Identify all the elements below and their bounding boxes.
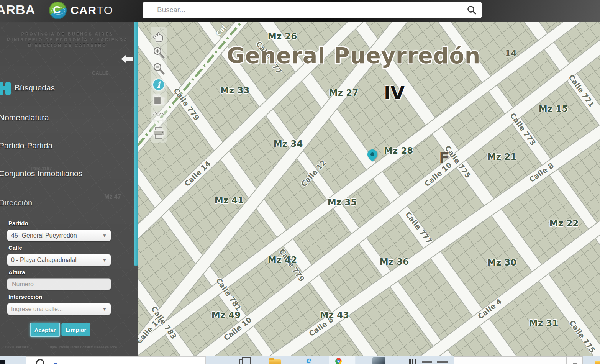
zoom-out-tool-icon[interactable] xyxy=(151,61,166,77)
manzana-label: Mz 15 xyxy=(539,104,568,114)
manzana-label: Mz 27 xyxy=(329,88,358,98)
manzana-label: Mz 34 xyxy=(274,139,303,149)
start-button[interactable] xyxy=(0,360,5,364)
manzana-label: Mz 26 xyxy=(268,31,297,41)
chevron-down-icon: ▼ xyxy=(102,233,107,238)
calle-selected-value: 0 - Playa Cahapadmalal xyxy=(11,257,77,264)
calle-select[interactable]: 0 - Playa Cahapadmalal ▼ xyxy=(7,254,111,266)
carto-globe-icon xyxy=(49,2,67,19)
sidebar-item-partido-partida[interactable]: Partido-Partida xyxy=(0,141,52,150)
taskbar-search-field[interactable] xyxy=(26,356,206,364)
manzana-label: Mz 42 xyxy=(268,255,297,265)
map-toolbar: i xyxy=(151,27,167,143)
file-explorer-icon[interactable] xyxy=(269,359,281,364)
manzana-label: Mz 49 xyxy=(211,310,241,320)
manzana-label: Mz 22 xyxy=(549,218,579,228)
chrome-icon[interactable] xyxy=(335,358,342,364)
partido-title-label: General Pueyrredón xyxy=(227,43,480,68)
background-plan-label: CALLE xyxy=(92,70,108,76)
cortana-search-icon xyxy=(36,359,44,364)
manzana-label: Mz 30 xyxy=(487,257,516,267)
sidebar-item-busquedas[interactable]: Búsquedas xyxy=(15,83,55,92)
aceptar-button[interactable]: Aceptar xyxy=(30,323,60,337)
watermark-line: PROVINCIA DE BUENOS AIRES xyxy=(0,31,135,37)
search-input[interactable] xyxy=(156,5,467,15)
watermark-line: DIRECCIÓN DE CATASTRO xyxy=(0,43,135,48)
gray-app-icon[interactable] xyxy=(372,357,385,364)
zoom-extent-tool-icon[interactable] xyxy=(151,93,166,109)
measure-path-tool-icon[interactable] xyxy=(151,109,166,125)
limpiar-button[interactable]: Limpiar xyxy=(61,323,90,336)
binoculars-icon xyxy=(0,80,14,97)
collapse-sidebar-arrow-icon[interactable] xyxy=(121,55,133,63)
manzana-label: Mz 21 xyxy=(487,152,516,162)
map-canvas[interactable]: Calle 779Calle 777Calle 14Calle 12Calle … xyxy=(138,22,600,356)
manzana-label: Mz 33 xyxy=(220,85,249,95)
chrome-active-tile[interactable] xyxy=(329,356,356,364)
watermark-line: MINISTERIO DE ECONOMÍA Y HACIENDA xyxy=(0,37,135,43)
pan-hand-tool-icon[interactable] xyxy=(151,28,166,44)
background-plan-label: Dpto. Interno Escala Consulta Planos en … xyxy=(50,345,117,349)
background-plan-label: D.G.C. 45/XX/XX xyxy=(5,345,29,349)
altura-label: Altura xyxy=(8,269,25,275)
sidebar-item-conjuntos-inmobiliarios[interactable]: Conjuntos Inmobiliarios xyxy=(0,169,82,178)
chevron-down-icon: ▼ xyxy=(102,257,107,263)
bars-app-icon[interactable] xyxy=(409,359,418,364)
altura-field-wrap xyxy=(7,278,111,290)
manzana-label: Mz 35 xyxy=(328,197,357,207)
manzana-label: Mz 36 xyxy=(380,257,409,267)
partido-label: Partido xyxy=(8,220,28,226)
task-view-icon[interactable] xyxy=(239,359,249,364)
sidebar-item-nomenclatura[interactable]: Nomenclatura xyxy=(0,113,49,122)
sidebar-scrollbar[interactable] xyxy=(134,22,138,266)
manzana-label: Mz 31 xyxy=(529,318,558,328)
interseccion-label: Intersección xyxy=(8,293,42,300)
interseccion-placeholder: Ingrese una calle... xyxy=(11,306,63,313)
small-taskbar-tile[interactable] xyxy=(566,356,583,364)
taskbar-text-fragment xyxy=(437,361,448,363)
block-f-label: F xyxy=(439,149,449,166)
chevron-down-icon: ▼ xyxy=(102,307,107,312)
arba-logo: ARBA xyxy=(0,2,35,17)
parcel-grid-texture xyxy=(138,22,600,356)
notification-icon-fragment xyxy=(595,361,600,364)
print-tool-icon[interactable] xyxy=(151,125,166,141)
identify-info-tool-icon[interactable]: i xyxy=(151,77,166,93)
internet-explorer-icon[interactable]: e xyxy=(307,357,311,364)
carto-wordmark: CARTO xyxy=(70,4,113,17)
taskbar-text-fragment xyxy=(422,361,432,363)
interseccion-select[interactable]: Ingrese una calle... ▼ xyxy=(7,303,111,315)
left-sidebar-panel: PROVINCIA DE BUENOS AIRESMINISTERIO DE E… xyxy=(0,22,138,356)
partido-selected-value: 45- General Pueyrredón xyxy=(11,232,77,239)
sidebar-item-direccion[interactable]: Dirección xyxy=(0,198,33,207)
manzana-label: Mz 41 xyxy=(215,195,244,205)
altura-input[interactable] xyxy=(11,280,107,288)
manzana-label: Mz 28 xyxy=(384,146,413,156)
manzana-label: Mz 43 xyxy=(320,310,349,320)
search-box xyxy=(143,2,482,18)
calle-label: Calle xyxy=(8,244,22,251)
top-header-bar: ARBA CARTO xyxy=(0,0,600,22)
partido-title-superscript: 14 xyxy=(505,49,517,58)
section-iv-label: IV xyxy=(384,82,405,103)
zoom-in-tool-icon[interactable] xyxy=(151,44,166,61)
carto-logo: CARTO xyxy=(49,2,113,19)
partido-select[interactable]: 45- General Pueyrredón ▼ xyxy=(7,230,111,241)
background-plan-label: Mz 47 xyxy=(104,193,121,200)
windows-taskbar: e xyxy=(0,356,600,364)
search-icon[interactable] xyxy=(467,5,477,15)
open-window-tile[interactable] xyxy=(454,356,567,364)
plan-watermark-text: PROVINCIA DE BUENOS AIRESMINISTERIO DE E… xyxy=(0,31,135,48)
